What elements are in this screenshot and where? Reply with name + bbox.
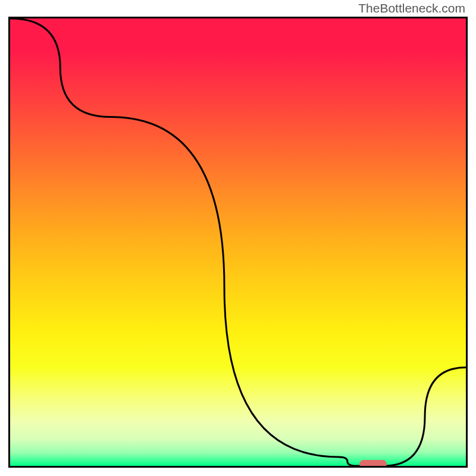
watermark-text: TheBottleneck.com [358,1,465,15]
chart-line-path [10,18,466,466]
chart-line [10,18,466,466]
highlight-marker [359,460,387,468]
chart-frame [8,17,468,468]
